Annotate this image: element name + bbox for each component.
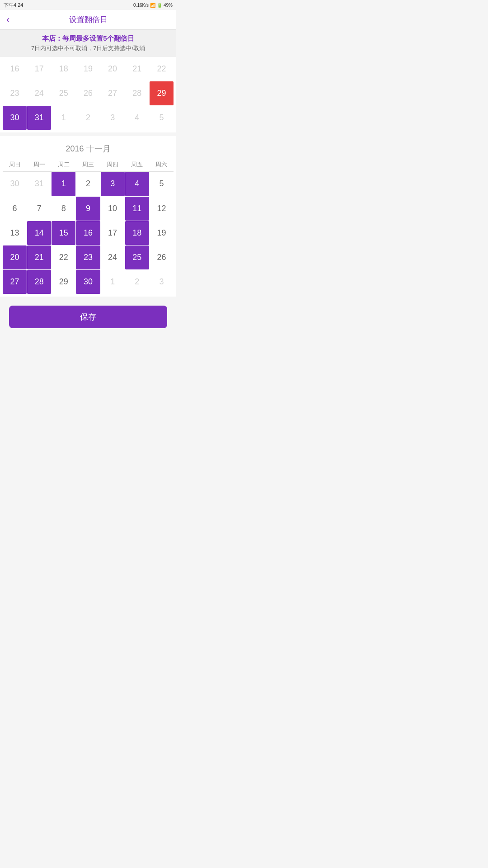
battery-icon: 🔋 [157,3,162,8]
day-cell[interactable]: 1 [52,172,75,196]
info-line1: 本店：每周最多设置5个翻倍日 [0,34,176,43]
day-cell[interactable]: 22 [150,57,174,81]
day-cell[interactable]: 19 [76,57,100,81]
day-cell[interactable]: 11 [125,197,149,221]
weekday-row: 周日周一周二周三周四周五周六 [0,158,176,171]
status-bar: 下午4:24 0.16K/s 📶 🔋 49% [0,0,176,10]
status-time: 下午4:24 [4,2,23,9]
day-cell[interactable]: 24 [27,81,51,105]
day-cell[interactable]: 5 [150,106,174,130]
day-cell[interactable]: 6 [3,197,27,221]
day-cell[interactable]: 21 [125,57,149,81]
day-cell[interactable]: 28 [125,81,149,105]
weekday-label: 周一 [27,158,52,171]
network-speed: 0.16K/s [133,3,149,8]
day-cell[interactable]: 2 [76,106,100,130]
day-cell[interactable]: 31 [27,172,51,196]
day-cell[interactable]: 9 [76,197,100,221]
day-cell[interactable]: 2 [125,270,149,294]
day-cell[interactable]: 13 [3,221,27,245]
day-cell[interactable]: 25 [125,245,149,269]
day-cell[interactable]: 29 [52,270,75,294]
current-month-label: 2016 十一月 [0,136,176,158]
day-cell[interactable]: 28 [27,270,51,294]
weekday-label: 周六 [149,158,174,171]
day-cell[interactable]: 7 [27,197,51,221]
day-cell[interactable]: 17 [101,221,125,245]
weekday-label: 周五 [125,158,149,171]
day-cell[interactable]: 16 [3,57,27,81]
info-line2: 7日内可选中不可取消，7日后支持选中/取消 [0,44,176,52]
day-cell[interactable]: 16 [76,221,100,245]
day-cell[interactable]: 5 [150,172,174,196]
signal-icon: 📶 [150,3,155,8]
day-cell[interactable]: 3 [101,106,125,130]
day-cell[interactable]: 23 [3,81,27,105]
save-bar: 保存 [0,300,176,337]
day-cell[interactable]: 8 [52,197,75,221]
status-right: 0.16K/s 📶 🔋 49% [133,3,173,8]
day-cell[interactable]: 17 [27,57,51,81]
day-cell[interactable]: 23 [76,245,100,269]
save-button[interactable]: 保存 [9,306,167,328]
day-cell[interactable]: 21 [27,245,51,269]
weekday-label: 周二 [52,158,76,171]
day-cell[interactable]: 26 [150,245,174,269]
weekday-label: 周三 [76,158,100,171]
day-cell[interactable]: 14 [27,221,51,245]
day-cell[interactable]: 3 [101,172,125,196]
day-cell[interactable]: 30 [3,106,27,130]
day-cell[interactable]: 26 [76,81,100,105]
day-cell[interactable]: 24 [101,245,125,269]
day-cell[interactable]: 18 [125,221,149,245]
day-cell[interactable]: 15 [52,221,75,245]
day-cell[interactable]: 12 [150,197,174,221]
day-cell[interactable]: 30 [3,172,27,196]
day-cell[interactable]: 4 [125,106,149,130]
day-cell[interactable]: 25 [52,81,75,105]
battery-level: 49% [164,3,173,8]
day-cell[interactable]: 3 [150,270,174,294]
day-cell[interactable]: 22 [52,245,75,269]
day-cell[interactable]: 27 [101,81,125,105]
weekday-label: 周日 [3,158,27,171]
prev-month-calendar: 1617181920212223242526272829303112345 [0,57,176,132]
current-month-grid: 3031123456789101112131415161718192021222… [0,172,176,297]
day-cell[interactable]: 29 [150,81,174,105]
prev-month-grid: 1617181920212223242526272829303112345 [0,57,176,132]
day-cell[interactable]: 1 [52,106,75,130]
day-cell[interactable]: 1 [101,270,125,294]
day-cell[interactable]: 27 [3,270,27,294]
day-cell[interactable]: 10 [101,197,125,221]
day-cell[interactable]: 20 [101,57,125,81]
day-cell[interactable]: 31 [27,106,51,130]
page-title: 设置翻倍日 [69,14,108,25]
day-cell[interactable]: 18 [52,57,75,81]
page-header: ‹ 设置翻倍日 [0,10,176,30]
day-cell[interactable]: 19 [150,221,174,245]
info-banner: 本店：每周最多设置5个翻倍日 7日内可选中不可取消，7日后支持选中/取消 [0,30,176,57]
day-cell[interactable]: 4 [125,172,149,196]
day-cell[interactable]: 2 [76,172,100,196]
weekday-label: 周四 [100,158,125,171]
current-month-calendar: 2016 十一月 周日周一周二周三周四周五周六 3031123456789101… [0,136,176,297]
day-cell[interactable]: 30 [76,270,100,294]
day-cell[interactable]: 20 [3,245,27,269]
back-button[interactable]: ‹ [6,14,9,26]
